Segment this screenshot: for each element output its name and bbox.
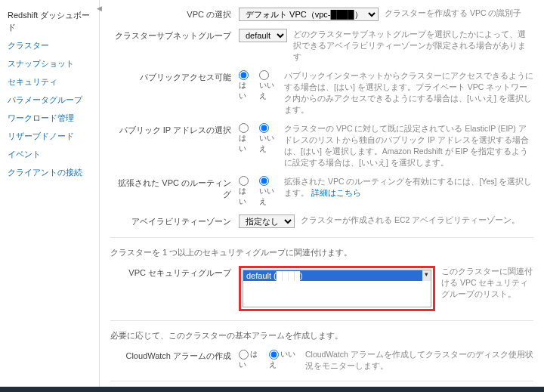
routing-no[interactable]: いいえ: [259, 176, 278, 207]
sidebar-item-events[interactable]: イベント: [0, 145, 99, 163]
public-yes[interactable]: はい: [239, 70, 253, 101]
sidebar-item-param-groups[interactable]: パラメータグループ: [0, 91, 99, 109]
public-no[interactable]: いいえ: [259, 70, 278, 101]
routing-yes[interactable]: はい: [239, 176, 253, 207]
public-access-label: パブリックアクセス可能: [110, 70, 239, 83]
sidebar-item-client[interactable]: クライアントの接続: [0, 163, 99, 181]
main-content: VPC の選択 デフォルト VPC（vpc-████） クラスターを作成する V…: [100, 0, 544, 392]
alarm-yes[interactable]: はい: [239, 349, 263, 370]
alarm-label: CloudWatch アラームの作成: [110, 349, 239, 362]
sidebar: Redshift ダッシュボード クラスター スナップショット セキュリティ パ…: [0, 0, 100, 392]
sidebar-item-workload[interactable]: ワークロード管理: [0, 109, 99, 127]
alarm-no[interactable]: いいえ: [269, 349, 300, 370]
chevron-down-icon: ▾: [422, 270, 431, 281]
sidebar-item-reserved[interactable]: リザーブドノード: [0, 127, 99, 145]
routing-link[interactable]: 詳細はこちら: [311, 188, 361, 197]
subnet-desc: どのクラスターサブネットグループを選択したかによって、選択できるアベイラビリティ…: [293, 29, 533, 63]
sidebar-item-dashboard[interactable]: Redshift ダッシュボード: [0, 6, 99, 36]
alarm-intro: 必要に応じて、このクラスターの基本アラームを作成します。: [110, 330, 533, 341]
az-select[interactable]: 指定なし: [239, 215, 295, 228]
sidebar-item-snapshots[interactable]: スナップショット: [0, 54, 99, 73]
eip-label: パブリック IP アドレスの選択: [110, 123, 239, 136]
sec-desc: このクラスターに関連付ける VPC セキュリティグループのリスト。: [441, 266, 533, 300]
eip-no[interactable]: いいえ: [259, 123, 278, 154]
sec-intro: クラスターを 1 つ以上のセキュリティグループに関連付けます。: [110, 247, 533, 258]
routing-label: 拡張された VPC のルーティング: [110, 176, 239, 200]
routing-desc: 拡張された VPC のルーティングを有効にするには、[Yes] を選択します。 …: [284, 176, 533, 199]
sec-group-select[interactable]: default (████)▾: [243, 270, 431, 307]
sec-label: VPC セキュリティグループ: [110, 266, 239, 279]
az-label: アベイラビリティーゾーン: [110, 215, 239, 227]
sidebar-item-security[interactable]: セキュリティ: [0, 73, 99, 91]
alarm-desc: CloudWatch アラームを作成してクラスターのディスク使用状況をモニターし…: [305, 349, 533, 372]
sidebar-item-clusters[interactable]: クラスター: [0, 36, 99, 54]
public-desc: パブリックインターネットからクラスターにアクセスできるようにする場合は、[はい]…: [284, 70, 533, 116]
subnet-label: クラスターサブネットグループ: [110, 29, 239, 42]
vpc-select-desc: クラスターを作成する VPC の識別子: [385, 8, 533, 19]
vpc-select-label: VPC の選択: [110, 8, 239, 20]
subnet-select[interactable]: default: [239, 29, 287, 42]
bottom-bar: [0, 387, 544, 392]
vpc-select[interactable]: デフォルト VPC（vpc-████）: [239, 8, 379, 21]
sec-highlight: default (████)▾: [239, 266, 435, 311]
eip-desc: クラスターの VPC に対して既に設定されている ElasticIP (EIP)…: [284, 123, 533, 168]
eip-yes[interactable]: はい: [239, 123, 253, 154]
az-desc: クラスターが作成される EC2 アベイラビリティーゾーン。: [301, 215, 533, 226]
